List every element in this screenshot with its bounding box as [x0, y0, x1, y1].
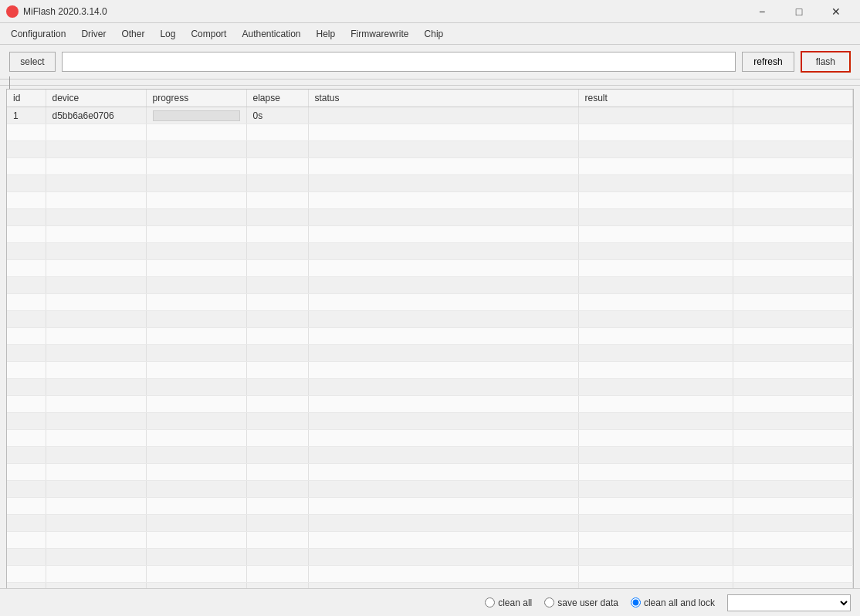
device-table-wrapper: id device progress elapse status result … [6, 89, 854, 601]
menu-firmwarewrite[interactable]: Firmwarewrite [343, 23, 416, 44]
empty-cell [308, 566, 578, 583]
table-row-empty [7, 362, 853, 379]
menu-configuration[interactable]: Configuration [3, 23, 73, 44]
empty-cell [308, 124, 578, 141]
menu-driver[interactable]: Driver [73, 23, 113, 44]
empty-cell [7, 124, 46, 141]
table-row[interactable]: 1d5bb6a6e07060s [7, 107, 853, 124]
cell-id: 1 [7, 107, 46, 124]
cell-status [308, 107, 578, 124]
empty-cell [246, 328, 308, 345]
radio-save-user-data[interactable] [544, 597, 554, 608]
select-button[interactable]: select [9, 52, 56, 72]
empty-cell [7, 345, 46, 362]
radio-clean-all-lock-label[interactable]: clean all and lock [631, 597, 715, 608]
empty-cell [578, 396, 733, 413]
empty-cell [578, 243, 733, 260]
empty-cell [733, 243, 853, 260]
table-row-empty [7, 447, 853, 464]
table-row-empty [7, 226, 853, 243]
cell-result [578, 107, 733, 124]
empty-cell [146, 481, 246, 498]
empty-cell [7, 464, 46, 481]
empty-cell [7, 515, 46, 532]
empty-cell [46, 396, 146, 413]
table-row-empty [7, 192, 853, 209]
empty-cell [246, 158, 308, 175]
empty-cell [733, 481, 853, 498]
table-row-empty [7, 158, 853, 175]
table-row-empty [7, 430, 853, 447]
empty-cell [146, 175, 246, 192]
minimize-button[interactable]: − [744, 0, 780, 23]
empty-cell [578, 498, 733, 515]
table-row-empty [7, 464, 853, 481]
close-button[interactable]: ✕ [818, 0, 854, 23]
menu-log[interactable]: Log [152, 23, 183, 44]
empty-cell [146, 515, 246, 532]
path-input[interactable] [62, 52, 736, 72]
empty-cell [733, 447, 853, 464]
empty-cell [46, 532, 146, 549]
empty-cell [733, 277, 853, 294]
empty-cell [578, 226, 733, 243]
empty-cell [733, 209, 853, 226]
radio-clean-all-lock[interactable] [631, 597, 641, 608]
refresh-button[interactable]: refresh [742, 52, 794, 72]
empty-cell [308, 447, 578, 464]
empty-cell [578, 141, 733, 158]
empty-cell [308, 141, 578, 158]
empty-cell [246, 226, 308, 243]
empty-cell [46, 464, 146, 481]
empty-cell [578, 158, 733, 175]
empty-cell [246, 260, 308, 277]
empty-cell [146, 226, 246, 243]
empty-cell [308, 175, 578, 192]
radio-clean-all[interactable] [485, 597, 495, 608]
empty-cell [146, 294, 246, 311]
empty-cell [578, 209, 733, 226]
empty-cell [578, 294, 733, 311]
empty-cell [578, 260, 733, 277]
empty-cell [7, 260, 46, 277]
empty-cell [246, 481, 308, 498]
empty-cell [7, 243, 46, 260]
empty-cell [308, 481, 578, 498]
empty-cell [733, 549, 853, 566]
empty-cell [7, 192, 46, 209]
empty-cell [733, 379, 853, 396]
empty-cell [246, 124, 308, 141]
menu-comport[interactable]: Comport [183, 23, 234, 44]
col-header-status: status [308, 90, 578, 107]
empty-cell [46, 362, 146, 379]
radio-clean-all-label[interactable]: clean all [485, 597, 532, 608]
empty-cell [578, 124, 733, 141]
maximize-button[interactable]: □ [781, 0, 817, 23]
menu-authentication[interactable]: Authentication [234, 23, 308, 44]
menu-other[interactable]: Other [113, 23, 152, 44]
empty-cell [578, 481, 733, 498]
empty-cell [46, 226, 146, 243]
empty-cell [7, 396, 46, 413]
empty-cell [578, 328, 733, 345]
empty-cell [7, 226, 46, 243]
empty-cell [7, 481, 46, 498]
radio-save-user-data-label[interactable]: save user data [544, 597, 618, 608]
radio-clean-all-text: clean all [498, 597, 532, 608]
empty-cell [246, 345, 308, 362]
flash-button[interactable]: flash [801, 51, 851, 73]
menu-help[interactable]: Help [309, 23, 344, 44]
menu-chip[interactable]: Chip [417, 23, 452, 44]
empty-cell [46, 277, 146, 294]
empty-cell [146, 124, 246, 141]
empty-cell [578, 413, 733, 430]
empty-cell [7, 311, 46, 328]
empty-cell [246, 277, 308, 294]
cell-progress [146, 107, 246, 124]
empty-cell [578, 430, 733, 447]
empty-cell [733, 515, 853, 532]
empty-cell [733, 192, 853, 209]
table-row-empty [7, 532, 853, 549]
bottom-dropdown[interactable] [727, 594, 851, 611]
empty-cell [7, 294, 46, 311]
